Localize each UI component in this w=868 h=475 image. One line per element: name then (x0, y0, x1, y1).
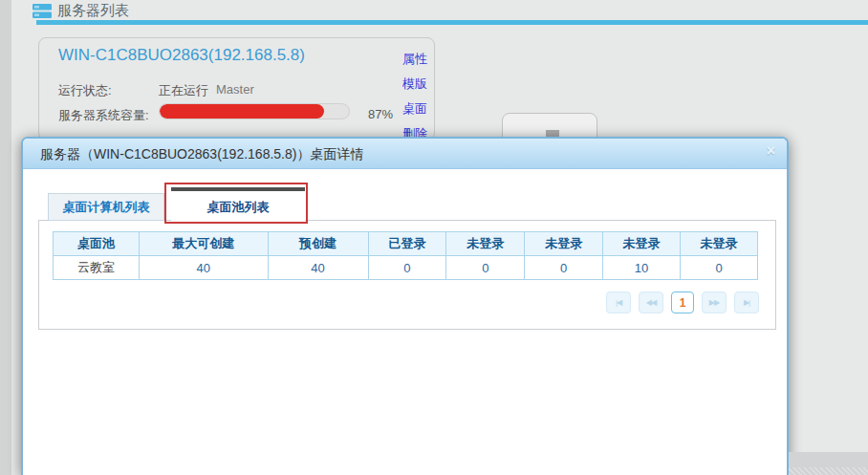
tab-desktop-computer-list[interactable]: 桌面计算机列表 (48, 193, 164, 221)
tab-desktop-pool-list[interactable]: 桌面池列表 (171, 187, 305, 223)
action-template[interactable]: 模版 (402, 76, 435, 93)
server-name: WIN-C1C8BUO2863(192.168.5.8) (58, 46, 305, 65)
col-header-max-creatable: 最大可创建 (139, 232, 268, 256)
next-page-button[interactable]: ▶▶ (702, 291, 727, 313)
dialog-header: 服务器（WIN-C1C8BUO2863(192.168.5.8)）桌面详情 × (23, 139, 787, 169)
table-header-row: 桌面池 最大可创建 预创建 已登录 未登录 未登录 未登录 未登录 (54, 232, 758, 256)
status-value: 正在运行 (159, 82, 208, 99)
col-header-pool: 桌面池 (54, 232, 140, 256)
cell-precreated: 40 (268, 256, 368, 280)
first-page-button[interactable]: |◀ (606, 291, 631, 313)
col-header-not-logged-in-3: 未登录 (603, 232, 681, 256)
cell-not-logged-in-4: 0 (681, 256, 758, 280)
page-title: 服务器列表 (57, 2, 129, 20)
server-stack-icon (33, 4, 52, 18)
pagination: |◀ ◀◀ 1 ▶▶ ▶| (606, 291, 759, 313)
prev-page-button[interactable]: ◀◀ (639, 291, 663, 313)
tab-content-panel: 桌面池 最大可创建 预创建 已登录 未登录 未登录 未登录 未登录 云教室 40… (38, 220, 776, 330)
col-header-not-logged-in-1: 未登录 (446, 232, 525, 256)
action-desktop[interactable]: 桌面 (402, 100, 435, 118)
current-page-button[interactable]: 1 (671, 291, 694, 313)
col-header-not-logged-in-2: 未登录 (525, 232, 603, 256)
cell-not-logged-in-3: 10 (603, 256, 681, 280)
last-page-button[interactable]: ▶| (734, 291, 759, 313)
col-header-logged-in: 已登录 (368, 232, 446, 256)
capacity-bar-fill (160, 104, 324, 119)
header-divider (36, 20, 868, 25)
cell-logged-in: 0 (368, 256, 446, 280)
capacity-percent: 87% (368, 107, 393, 121)
server-card: WIN-C1C8BUO2863(192.168.5.8) 运行状态: 正在运行 … (38, 37, 435, 140)
col-header-precreated: 预创建 (268, 232, 368, 256)
desktop-detail-dialog: 服务器（WIN-C1C8BUO2863(192.168.5.8)）桌面详情 × … (21, 137, 789, 475)
bottom-right-texture (789, 467, 868, 475)
cell-not-logged-in-1: 0 (446, 256, 525, 280)
capacity-label: 服务器系统容量: (58, 107, 149, 124)
cell-pool-name: 云教室 (54, 256, 140, 280)
capacity-bar (159, 103, 350, 119)
col-header-not-logged-in-4: 未登录 (681, 232, 758, 256)
table-row: 云教室 40 40 0 0 0 10 0 (54, 256, 758, 280)
status-role: Master (216, 82, 254, 97)
cell-not-logged-in-2: 0 (525, 256, 603, 280)
desktop-pool-table: 桌面池 最大可创建 预创建 已登录 未登录 未登录 未登录 未登录 云教室 40… (53, 231, 758, 280)
status-label: 运行状态: (58, 82, 112, 99)
dialog-title: 服务器（WIN-C1C8BUO2863(192.168.5.8)）桌面详情 (40, 139, 363, 169)
cell-max-creatable: 40 (139, 256, 268, 280)
close-icon[interactable]: × (767, 142, 775, 160)
card-actions: 属性 模版 桌面 删除 (402, 51, 435, 150)
action-properties[interactable]: 属性 (402, 51, 435, 68)
left-gutter (0, 0, 11, 475)
